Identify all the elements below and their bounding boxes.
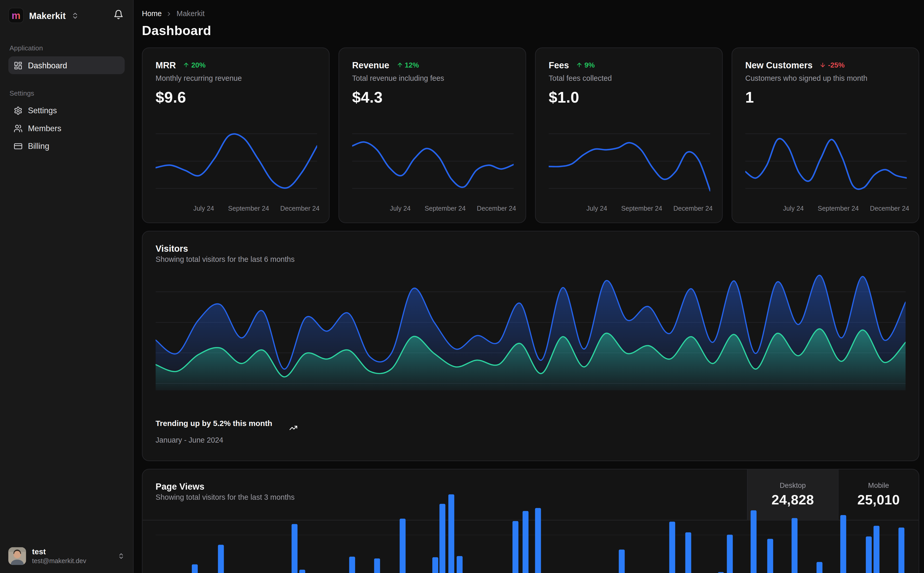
sparkline-chart: July 24September 24December 24 [745,128,905,214]
sidebar-item-label: Dashboard [28,61,67,70]
page-views-subtitle: Showing total visitors for the last 3 mo… [143,492,307,502]
page-views-bar [718,572,724,573]
breadcrumb-home-link[interactable]: Home [142,9,162,18]
stat-card-revenue: Revenue 12% Total revenue including fees… [339,47,526,223]
user-menu[interactable]: test test@makerkit.dev [0,540,133,573]
stat-value: $9.6 [156,88,316,107]
page-views-bar [374,559,380,573]
trending-up-icon [276,414,311,432]
page-views-bar [840,515,846,573]
page-views-bar [218,545,224,573]
credit-card-icon [14,142,23,150]
avatar [8,547,26,565]
x-axis: July 24September 24December 24 [549,205,709,214]
page-views-bar [792,518,798,573]
page-views-bar [816,562,822,573]
stat-card-new-customers: New Customers -25% Customers who signed … [732,47,919,223]
visitors-footer: Trending up by 5.2% this month [143,390,919,432]
dashboard-app: m Makerkit Application Dashboard [0,0,924,573]
page-views-bar [349,557,355,573]
stat-desc: Total revenue including fees [352,74,513,83]
stat-desc: Customers who signed up this month [745,74,905,83]
chevron-right-icon [166,10,172,17]
stat-title: MRR [156,60,176,70]
gear-icon [14,106,23,115]
trend-badge: 12% [396,61,419,69]
user-email: test@makerkit.dev [32,556,86,565]
sidebar-item-settings[interactable]: Settings [8,102,125,119]
sidebar-item-label: Settings [28,106,56,115]
x-axis: July 24September 24December 24 [745,205,905,214]
x-axis: July 24September 24December 24 [352,205,513,214]
page-views-tabs: Desktop 24,828 Mobile 25,010 [747,470,919,520]
page-views-bar-chart [156,521,906,573]
section-label-application: Application [9,44,124,52]
page-views-bar [299,570,305,573]
page-views-bar [513,521,519,573]
stat-value: $1.0 [549,88,709,107]
breadcrumb-current: Makerkit [176,9,204,18]
page-views-bar [400,519,406,573]
workspace-switcher[interactable]: m Makerkit [8,8,79,23]
visitors-title: Visitors [143,232,919,254]
bell-icon [113,9,124,20]
layout-dashboard-icon [14,61,23,70]
tab-desktop[interactable]: Desktop 24,828 [747,470,838,520]
stat-title: Revenue [352,60,389,70]
page-views-bar [751,510,757,573]
users-icon [14,124,23,133]
stat-desc: Total fees collected [549,74,709,83]
sparkline-chart: July 24September 24December 24 [352,128,513,214]
page-views-title: Page Views [143,481,307,492]
page-views-bar [866,536,872,573]
visitors-subtitle: Showing total visitors for the last 6 mo… [143,254,919,264]
visitors-card: Visitors Showing total visitors for the … [142,231,919,461]
page-views-bar [686,532,691,573]
page-title: Dashboard [142,23,919,38]
breadcrumb: Home Makerkit [142,9,919,18]
page-views-bar [727,535,733,573]
sidebar-item-members[interactable]: Members [8,119,125,137]
sidebar-item-label: Members [28,124,61,133]
sidebar-item-billing[interactable]: Billing [8,137,125,155]
page-views-bar [874,526,880,573]
page-views-card: Page Views Showing total visitors for th… [142,469,919,573]
x-axis: July 24September 24December 24 [156,205,316,214]
stat-title: New Customers [745,60,813,70]
stat-cards-row: MRR 20% Monthly recurring revenue $9.6 J… [142,47,919,223]
trend-badge: 20% [183,61,206,69]
notifications-button[interactable] [113,9,124,22]
sparkline-chart: July 24September 24December 24 [156,128,316,214]
visitors-area-chart [156,273,906,390]
main-content: Home Makerkit Dashboard MRR 20% Monthly … [133,0,924,573]
sidebar-item-dashboard[interactable]: Dashboard [8,56,125,74]
makerkit-logo: m [8,8,24,23]
arrow-up-icon [396,62,403,68]
page-views-bar [767,539,773,573]
user-name: test [32,547,86,557]
stat-value: 1 [745,88,905,107]
page-views-bar [619,550,625,573]
chevrons-up-down-icon [71,12,79,19]
page-views-bar [439,504,446,573]
stat-card-mrr: MRR 20% Monthly recurring revenue $9.6 J… [142,47,329,223]
page-views-bar [457,556,463,573]
page-views-bar [432,557,438,573]
trend-badge: 9% [576,61,595,69]
trend-badge: -25% [820,61,845,69]
section-label-settings: Settings [9,89,124,97]
stat-desc: Monthly recurring revenue [156,74,316,83]
visitors-range: January - June 2024 [143,432,919,445]
sparkline-chart: July 24September 24December 24 [549,128,709,214]
page-views-bar [292,524,298,573]
page-views-bar [192,564,198,573]
sidebar-item-label: Billing [28,142,49,150]
page-views-bar [523,511,529,573]
chevrons-up-down-icon [118,553,124,559]
sidebar: m Makerkit Application Dashboard [0,0,133,573]
arrow-up-icon [183,62,190,68]
tab-mobile[interactable]: Mobile 25,010 [838,470,919,520]
page-views-bar [669,521,675,573]
stat-title: Fees [549,60,569,70]
arrow-up-icon [576,62,583,68]
